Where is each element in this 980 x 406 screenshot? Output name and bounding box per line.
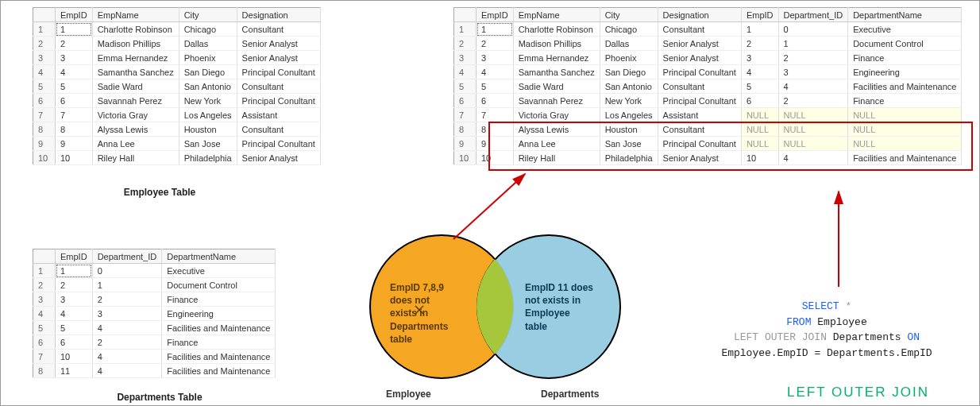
cell: Finance [848, 94, 962, 108]
cell: Principal Conultant [658, 65, 741, 79]
cell: Charlotte Robinson [513, 22, 600, 37]
employee-table-caption: Employee Table [96, 187, 223, 198]
cell: 9 [56, 137, 93, 151]
cell: Executive [162, 264, 276, 278]
cell: NULL [778, 122, 848, 137]
cell: Senior Analyst [658, 151, 741, 165]
cell: Consultant [237, 122, 320, 137]
row-number: 8 [454, 122, 476, 137]
cell: 1 [741, 22, 778, 37]
cell: Senior Analyst [237, 51, 320, 65]
venn-right-line2: not exists in [525, 295, 581, 306]
table-row: 77Victoria GrayLos AngelesAssistantNULLN… [454, 108, 962, 122]
cell: 8 [56, 122, 93, 137]
cell: 2 [476, 37, 514, 51]
table-row: 33Emma HernandezPhoenixSenior Analyst32F… [454, 51, 962, 65]
table-row: 99Anna LeeSan JosePrincipal Conultant [33, 137, 321, 151]
row-number: 6 [33, 94, 56, 108]
cell: Savannah Perez [92, 94, 179, 108]
venn-right-text: EmpID 11 does not exists in Employee tab… [525, 281, 620, 333]
col-header: EmpID [476, 8, 514, 22]
cell: Engineering [162, 307, 276, 321]
cell: Victoria Gray [513, 108, 600, 122]
table-row: 44Samantha SanchezSan DiegoPrincipal Con… [454, 65, 962, 79]
cell: 1 [92, 278, 162, 292]
table-row: 11Charlotte RobinsonChicagoConsultant10E… [454, 22, 962, 37]
cell: NULL [848, 137, 962, 151]
cell: Phoenix [179, 51, 237, 65]
row-number: 1 [33, 22, 56, 37]
cell: Samantha Sanchez [92, 65, 179, 79]
cell: 10 [56, 151, 93, 165]
cell: Houston [179, 122, 237, 137]
cell: 3 [56, 292, 93, 307]
row-number: 10 [454, 151, 476, 165]
cell: Facilities and Maintenance [162, 350, 276, 364]
table-row: 88Alyssa LewisHoustonConsultant [33, 122, 321, 137]
sql-on: ON [907, 331, 920, 343]
cell: 10 [56, 350, 93, 364]
cell: NULL [848, 108, 962, 122]
cell: 4 [778, 79, 848, 94]
cell: 5 [56, 79, 93, 94]
cell: San Antonio [179, 79, 237, 94]
cell: New York [179, 94, 237, 108]
cell: Dallas [179, 37, 237, 51]
cell: Alyssa Lewis [92, 122, 179, 137]
table-row: 55Sadie WardSan AntonioConsultant54Facil… [454, 79, 962, 94]
cell: 4 [92, 321, 162, 335]
cell: 2 [741, 37, 778, 51]
cell: Senior Analyst [658, 51, 741, 65]
venn-left-caption: Employee [386, 389, 431, 400]
cell: Victoria Gray [92, 108, 179, 122]
cell: Executive [848, 22, 962, 37]
cell: Engineering [848, 65, 962, 79]
row-number: 1 [33, 264, 56, 278]
cell: 4 [56, 307, 93, 321]
cell: New York [600, 94, 658, 108]
cell: 2 [778, 94, 848, 108]
cell: 5 [56, 321, 93, 335]
cell: 10 [476, 151, 514, 165]
cell: Finance [162, 292, 276, 307]
table-row: 332Finance [33, 292, 276, 307]
cell: 4 [741, 65, 778, 79]
table-row: 99Anna LeeSan JosePrincipal ConultantNUL… [454, 137, 962, 151]
cell: Facilities and Maintenance [848, 79, 962, 94]
cell: 6 [56, 94, 93, 108]
table-row: 110Executive [33, 264, 276, 278]
table-row: 221Document Control [33, 278, 276, 292]
table-row: 44Samantha SanchezSan DiegoPrincipal Con… [33, 65, 321, 79]
cell: Assistant [658, 108, 741, 122]
cell: 1 [778, 37, 848, 51]
table-row: 33Emma HernandezPhoenixSenior Analyst [33, 51, 321, 65]
col-header: EmpID [56, 8, 93, 22]
cell: 1 [56, 264, 93, 278]
cell: Senior Analyst [237, 37, 320, 51]
row-number: 6 [454, 94, 476, 108]
venn-left-line2: does not [390, 295, 430, 306]
table-row: 554Facilities and Maintenance [33, 321, 276, 335]
cell: 1 [56, 22, 93, 37]
cell: Principal Conultant [237, 94, 320, 108]
table-row: 88Alyssa LewisHoustonConsultantNULLNULLN… [454, 122, 962, 137]
cell: Consultant [658, 22, 741, 37]
sql-t2: Departments [833, 331, 901, 343]
row-header-blank [454, 8, 476, 22]
row-number: 9 [33, 137, 56, 151]
col-header: EmpName [92, 8, 179, 22]
cell: Emma Hernandez [513, 51, 600, 65]
cell: Dallas [600, 37, 658, 51]
cell: NULL [848, 122, 962, 137]
employee-table: EmpIDEmpNameCityDesignation11Charlotte R… [33, 7, 321, 165]
cell: Senior Analyst [658, 37, 741, 51]
row-header-blank [33, 8, 56, 22]
table-row: 55Sadie WardSan AntonioConsultant [33, 79, 321, 94]
col-header: Designation [658, 8, 741, 22]
cell: Facilities and Maintenance [162, 321, 276, 335]
cell: 6 [56, 335, 93, 350]
row-number: 7 [454, 108, 476, 122]
cell: Phoenix [600, 51, 658, 65]
cell: 4 [56, 65, 93, 79]
row-number: 1 [454, 22, 476, 37]
